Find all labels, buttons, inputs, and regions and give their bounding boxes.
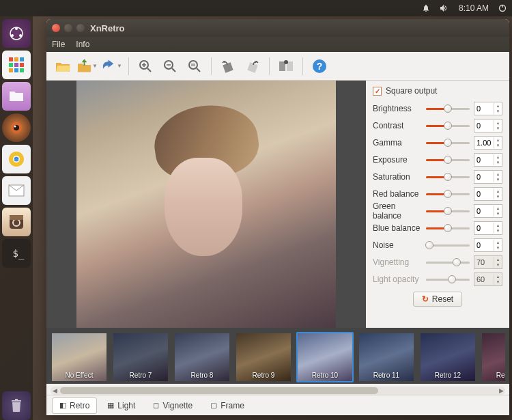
zoom-out-button[interactable]	[159, 55, 181, 77]
spin-up-icon[interactable]: ▲	[494, 223, 502, 228]
window-minimize-button[interactable]	[64, 24, 72, 32]
spin-up-icon[interactable]: ▲	[494, 154, 502, 160]
spin-blue-balance[interactable]: ▲▼	[474, 221, 502, 235]
xnretro-icon[interactable]	[2, 113, 31, 142]
spin-down-icon[interactable]: ▼	[494, 109, 502, 114]
slider-row-contrast: Contrast▲▼	[373, 117, 502, 134]
effect-thumb-retro-7[interactable]: Retro 7	[112, 332, 169, 382]
effect-thumb-no-effect[interactable]: No Effect	[51, 332, 108, 382]
effect-thumb-retro-10[interactable]: Retro 10	[296, 332, 354, 382]
spin-input[interactable]	[474, 173, 494, 181]
spin-input[interactable]	[474, 156, 494, 164]
spin-up-icon[interactable]: ▲	[494, 240, 502, 245]
effects-strip: No EffectRetro 7Retro 8Retro 9Retro 10Re…	[46, 328, 509, 384]
spin-up-icon[interactable]: ▲	[494, 171, 502, 177]
slider-label: Green balance	[373, 201, 422, 221]
menu-info[interactable]: Info	[76, 40, 89, 50]
volume-icon[interactable]	[440, 4, 449, 12]
spin-up-icon[interactable]: ▲	[494, 137, 502, 143]
instagram-icon[interactable]	[2, 208, 31, 236]
slider-gamma[interactable]	[426, 138, 470, 148]
spin-green-balance[interactable]: ▲▼	[474, 204, 502, 218]
tab-frame[interactable]: ▢Frame	[203, 397, 252, 414]
slider-blue-balance[interactable]	[426, 223, 470, 233]
tab-retro[interactable]: ◧Retro	[52, 397, 97, 414]
help-button[interactable]: ?	[309, 55, 330, 77]
spin-contrast[interactable]: ▲▼	[474, 119, 502, 132]
chrome-icon[interactable]	[2, 145, 31, 173]
spin-input[interactable]	[474, 207, 494, 215]
spin-input[interactable]	[474, 190, 494, 198]
save-button[interactable]: ▼	[76, 55, 98, 77]
titlebar[interactable]: XnRetro	[46, 19, 509, 37]
slider-saturation[interactable]	[426, 172, 470, 182]
window-close-button[interactable]	[52, 24, 60, 32]
slider-light-opacity	[426, 275, 470, 284]
spin-brightness[interactable]: ▲▼	[474, 102, 502, 115]
square-output-checkbox[interactable]: ✓	[373, 87, 382, 96]
spin-input[interactable]	[474, 224, 494, 232]
clock[interactable]: 8:10 AM	[459, 3, 489, 13]
scroll-right-icon[interactable]: ▶	[497, 387, 505, 395]
slider-red-balance[interactable]	[426, 189, 470, 199]
spin-input[interactable]	[474, 122, 494, 130]
spin-input[interactable]	[474, 139, 494, 147]
compare-button[interactable]	[275, 55, 297, 77]
spin-down-icon: ▼	[494, 279, 502, 285]
spin-down-icon[interactable]: ▼	[494, 194, 502, 199]
spin-input[interactable]	[474, 104, 494, 113]
slider-green-balance[interactable]	[426, 206, 470, 216]
effect-thumb-retro-8[interactable]: Retro 8	[173, 332, 231, 382]
power-icon[interactable]	[498, 4, 507, 12]
apps-icon[interactable]	[2, 51, 31, 79]
window-maximize-button[interactable]	[76, 24, 85, 32]
slider-contrast[interactable]	[426, 121, 470, 130]
mail-icon[interactable]	[2, 176, 31, 205]
spin-down-icon[interactable]: ▼	[494, 143, 502, 148]
tab-light[interactable]: ▦Light	[100, 397, 143, 414]
spin-up-icon[interactable]: ▲	[494, 206, 502, 211]
effect-thumb-retro-9[interactable]: Retro 9	[235, 332, 292, 382]
spin-down-icon[interactable]: ▼	[494, 245, 502, 251]
strip-scrollbar[interactable]: ◀ ▶	[51, 387, 505, 395]
spin-down-icon[interactable]: ▼	[494, 228, 502, 234]
effect-thumb-retro-11[interactable]: Retro 11	[358, 332, 415, 382]
zoom-in-button[interactable]	[134, 55, 156, 77]
spin-input[interactable]	[474, 241, 494, 249]
terminal-icon[interactable]: $_	[2, 239, 31, 268]
notification-icon[interactable]	[422, 4, 430, 12]
share-button[interactable]: ▼	[101, 55, 123, 77]
scroll-left-icon[interactable]: ◀	[51, 387, 59, 395]
rotate-left-button[interactable]	[217, 55, 239, 77]
spin-red-balance[interactable]: ▲▼	[474, 187, 502, 201]
reset-button[interactable]: ↻ Reset	[413, 292, 462, 307]
image-preview[interactable]	[46, 81, 366, 328]
zoom-fit-button[interactable]	[184, 55, 205, 77]
spin-down-icon[interactable]: ▼	[494, 126, 502, 131]
open-button[interactable]	[52, 55, 74, 77]
effect-thumb-retro-13[interactable]: Retro 13	[481, 332, 505, 382]
spin-up-icon[interactable]: ▲	[494, 120, 502, 126]
spin-light-opacity: ▲▼	[474, 272, 502, 286]
effect-thumb-retro-12[interactable]: Retro 12	[419, 332, 477, 382]
spin-gamma[interactable]: ▲▼	[474, 136, 502, 150]
slider-noise[interactable]	[426, 240, 470, 250]
rotate-right-button[interactable]	[242, 55, 264, 77]
tab-vignette[interactable]: ◻Vignette	[145, 397, 200, 414]
spin-up-icon[interactable]: ▲	[494, 188, 502, 194]
slider-exposure[interactable]	[426, 155, 470, 165]
dash-icon[interactable]	[2, 19, 31, 48]
spin-up-icon[interactable]: ▲	[494, 103, 502, 109]
menu-file[interactable]: File	[52, 40, 65, 50]
trash-icon[interactable]	[2, 391, 31, 420]
spin-noise[interactable]: ▲▼	[474, 238, 502, 252]
spin-exposure[interactable]: ▲▼	[474, 153, 502, 167]
files-icon[interactable]	[2, 82, 31, 111]
slider-brightness[interactable]	[426, 104, 470, 113]
spin-down-icon[interactable]: ▼	[494, 211, 502, 216]
scroll-thumb[interactable]	[60, 387, 378, 394]
spin-down-icon[interactable]: ▼	[494, 177, 502, 182]
spin-saturation[interactable]: ▲▼	[474, 170, 502, 184]
slider-row-noise: Noise▲▼	[373, 236, 502, 253]
spin-down-icon[interactable]: ▼	[494, 160, 502, 165]
